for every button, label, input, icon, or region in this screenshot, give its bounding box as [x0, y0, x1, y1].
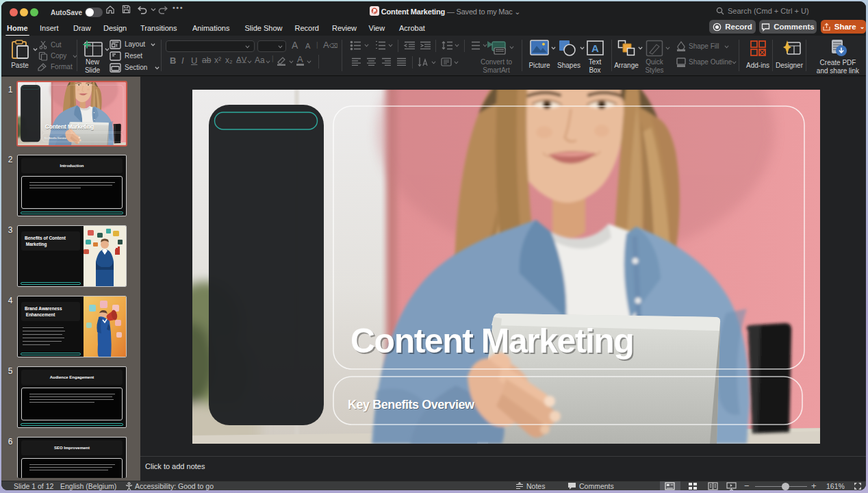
svg-text:A: A [591, 42, 599, 54]
